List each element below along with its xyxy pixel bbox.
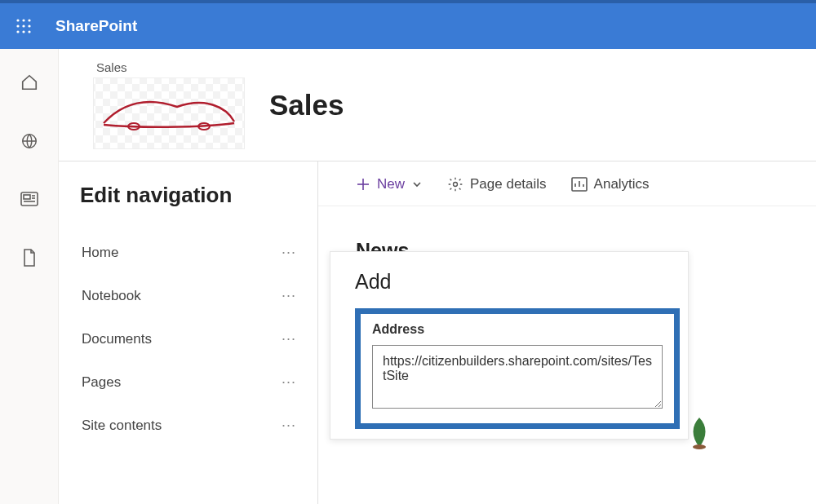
svg-point-1 xyxy=(22,19,24,21)
main-layout: Sales Sales Edit navigation Home ··· xyxy=(0,49,816,504)
add-link-dialog: Add Address xyxy=(330,251,689,440)
app-launcher-icon[interactable] xyxy=(16,19,31,33)
svg-point-4 xyxy=(22,24,24,27)
plus-icon xyxy=(356,177,370,192)
svg-point-19 xyxy=(454,183,458,187)
svg-point-7 xyxy=(22,30,24,33)
nav-item-label: Pages xyxy=(82,374,121,391)
edit-navigation-panel: Edit navigation Home ··· Notebook ··· Do… xyxy=(59,161,318,504)
site-breadcrumb: Sales xyxy=(93,60,245,74)
nav-item-more-icon[interactable]: ··· xyxy=(282,287,296,304)
brand-label[interactable]: SharePoint xyxy=(55,17,137,35)
site-logo[interactable] xyxy=(93,77,245,149)
globe-icon[interactable] xyxy=(20,132,38,153)
address-label: Address xyxy=(372,322,663,337)
left-rail xyxy=(0,49,59,504)
site-header: Sales Sales xyxy=(59,49,816,161)
home-icon[interactable] xyxy=(20,73,38,95)
below-header: Edit navigation Home ··· Notebook ··· Do… xyxy=(59,161,816,504)
analytics-button[interactable]: Analytics xyxy=(571,176,650,192)
nav-item-pages[interactable]: Pages ··· xyxy=(80,360,298,404)
address-highlight-box: Address xyxy=(355,308,680,429)
svg-point-6 xyxy=(16,30,19,33)
nav-item-more-icon[interactable]: ··· xyxy=(282,417,296,434)
page-details-button[interactable]: Page details xyxy=(447,176,547,192)
site-logo-block: Sales xyxy=(93,60,245,149)
nav-item-home[interactable]: Home ··· xyxy=(80,231,298,274)
nav-item-label: Notebook xyxy=(82,288,141,304)
svg-point-5 xyxy=(28,24,30,27)
nav-panel-title: Edit navigation xyxy=(80,183,298,208)
svg-rect-11 xyxy=(24,195,30,199)
plant-decoration-icon xyxy=(687,414,712,450)
nav-item-documents[interactable]: Documents ··· xyxy=(80,317,298,360)
page-body: New Page details Analytics News Add xyxy=(318,161,816,504)
analytics-icon xyxy=(571,177,588,192)
nav-item-site-contents[interactable]: Site contents ··· xyxy=(80,404,298,447)
nav-item-more-icon[interactable]: ··· xyxy=(282,244,296,261)
suite-header: SharePoint xyxy=(0,0,816,49)
site-title: Sales xyxy=(269,89,344,122)
svg-point-2 xyxy=(28,19,30,21)
new-button[interactable]: New xyxy=(356,176,423,192)
nav-item-more-icon[interactable]: ··· xyxy=(282,374,296,391)
add-dialog-title: Add xyxy=(355,270,680,294)
svg-point-24 xyxy=(693,444,706,449)
svg-point-0 xyxy=(16,19,19,21)
nav-item-notebook[interactable]: Notebook ··· xyxy=(80,274,298,317)
news-icon[interactable] xyxy=(20,191,39,210)
gear-icon xyxy=(447,176,463,192)
analytics-label: Analytics xyxy=(594,176,650,192)
chevron-down-icon xyxy=(411,179,423,190)
new-label: New xyxy=(377,176,405,192)
file-icon[interactable] xyxy=(21,248,38,271)
svg-point-3 xyxy=(16,24,19,27)
page-details-label: Page details xyxy=(470,176,547,192)
content-area: Sales Sales Edit navigation Home ··· xyxy=(59,49,816,504)
nav-item-label: Home xyxy=(82,245,118,261)
page-toolbar: New Page details Analytics xyxy=(318,161,816,206)
nav-item-more-icon[interactable]: ··· xyxy=(282,330,296,347)
svg-point-8 xyxy=(28,30,30,33)
address-input[interactable] xyxy=(372,345,663,409)
nav-item-label: Documents xyxy=(82,331,152,347)
nav-item-label: Site contents xyxy=(82,418,162,434)
